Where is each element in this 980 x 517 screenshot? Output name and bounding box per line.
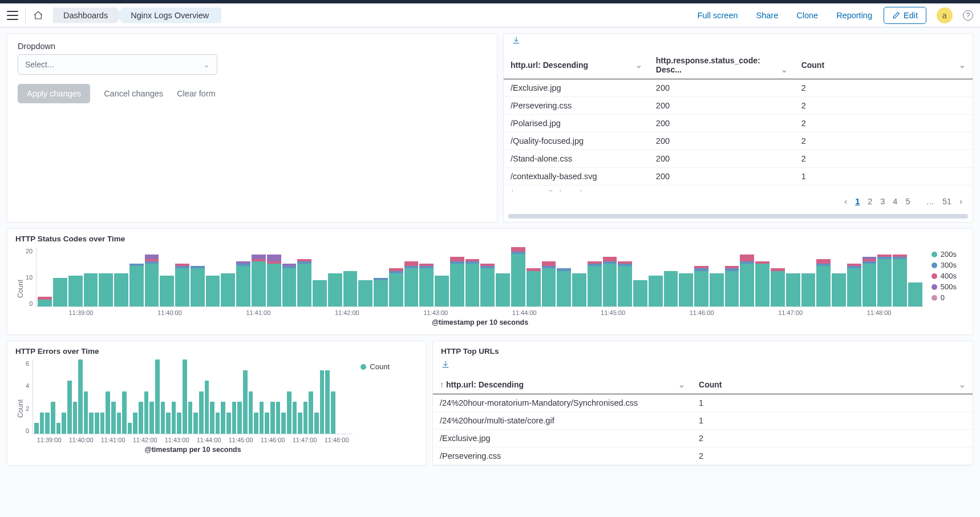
- table-row[interactable]: /Exclusive.jpg2002: [504, 79, 973, 97]
- bar[interactable]: [206, 276, 220, 306]
- help-icon[interactable]: ?: [963, 10, 973, 21]
- bar[interactable]: [801, 273, 816, 306]
- bar[interactable]: [160, 276, 174, 306]
- bar[interactable]: [114, 273, 128, 306]
- bar[interactable]: [133, 413, 137, 434]
- bar[interactable]: [84, 273, 98, 306]
- bar[interactable]: [84, 391, 88, 434]
- bar[interactable]: [725, 266, 739, 306]
- bar[interactable]: [293, 402, 297, 434]
- page-last[interactable]: 51: [942, 197, 951, 206]
- bar[interactable]: [226, 413, 231, 434]
- bar[interactable]: [480, 264, 495, 306]
- share-button[interactable]: Share: [750, 7, 785, 23]
- col-count[interactable]: Count⌄: [692, 375, 973, 394]
- bar[interactable]: [450, 257, 464, 306]
- page-5[interactable]: 5: [905, 197, 910, 206]
- bar[interactable]: [287, 391, 291, 434]
- bar[interactable]: [633, 280, 647, 306]
- bar[interactable]: [588, 261, 602, 306]
- bar[interactable]: [51, 402, 55, 434]
- bar[interactable]: [183, 360, 187, 434]
- table-row[interactable]: /Persevering.css2: [433, 447, 973, 465]
- page-prev[interactable]: ‹: [844, 197, 847, 206]
- bar[interactable]: [237, 402, 242, 434]
- bar[interactable]: [166, 413, 171, 434]
- bar[interactable]: [771, 268, 785, 306]
- bar[interactable]: [252, 255, 266, 307]
- bar[interactable]: [618, 261, 632, 306]
- bar[interactable]: [265, 413, 269, 434]
- bar[interactable]: [374, 278, 388, 306]
- avatar[interactable]: a: [937, 7, 953, 23]
- bar[interactable]: [267, 255, 281, 307]
- bar[interactable]: [254, 413, 258, 434]
- table-row[interactable]: /Polarised.jpg2002: [504, 115, 973, 132]
- bar[interactable]: [816, 259, 831, 306]
- breadcrumb-dashboards[interactable]: Dashboards: [53, 7, 123, 23]
- bar[interactable]: [122, 391, 127, 434]
- dropdown-select[interactable]: Select... ⌄: [18, 54, 217, 75]
- page-4[interactable]: 4: [893, 197, 897, 206]
- bar[interactable]: [144, 391, 149, 434]
- bar[interactable]: [740, 255, 754, 307]
- bar[interactable]: [40, 413, 44, 434]
- bar[interactable]: [68, 276, 83, 306]
- page-3[interactable]: 3: [880, 197, 885, 206]
- bar[interactable]: [34, 423, 39, 434]
- menu-icon[interactable]: [7, 11, 18, 20]
- bar[interactable]: [314, 413, 319, 434]
- bar[interactable]: [511, 247, 525, 306]
- download-icon[interactable]: [504, 34, 973, 51]
- bar[interactable]: [419, 264, 434, 306]
- table-row[interactable]: /Exclusive.jpg2: [433, 430, 973, 447]
- legend-item[interactable]: 500s: [932, 282, 957, 291]
- col-url[interactable]: http.url: Descending⌄: [504, 51, 649, 79]
- bar[interactable]: [188, 402, 193, 434]
- bar[interactable]: [877, 255, 892, 307]
- bar[interactable]: [694, 266, 708, 306]
- bar[interactable]: [649, 276, 663, 306]
- bar[interactable]: [62, 413, 66, 434]
- bar[interactable]: [557, 268, 571, 306]
- bar[interactable]: [309, 391, 313, 434]
- bar[interactable]: [210, 402, 214, 434]
- table-row[interactable]: /contextually-based.svg4001: [504, 185, 973, 192]
- home-icon[interactable]: [33, 10, 44, 21]
- bar[interactable]: [139, 402, 143, 434]
- legend-item[interactable]: 0: [932, 293, 957, 302]
- bar[interactable]: [161, 402, 165, 434]
- bar[interactable]: [73, 402, 78, 434]
- bar[interactable]: [38, 297, 52, 306]
- legend-item[interactable]: Count: [361, 362, 390, 371]
- bar[interactable]: [679, 273, 693, 306]
- bar[interactable]: [496, 273, 510, 306]
- page-1[interactable]: 1: [855, 197, 860, 206]
- bar[interactable]: [117, 413, 122, 434]
- legend-item[interactable]: 400s: [932, 272, 957, 280]
- bar[interactable]: [331, 391, 335, 434]
- bar[interactable]: [664, 271, 678, 306]
- bar[interactable]: [106, 391, 110, 434]
- table-row[interactable]: /Quality-focused.jpg2002: [504, 132, 973, 150]
- bar[interactable]: [786, 273, 800, 306]
- bar[interactable]: [320, 370, 325, 434]
- bar[interactable]: [155, 360, 160, 434]
- bar[interactable]: [172, 402, 176, 434]
- clone-button[interactable]: Clone: [789, 7, 825, 23]
- bar[interactable]: [328, 273, 342, 306]
- bar[interactable]: [67, 381, 72, 434]
- col-status[interactable]: http.response.status_code: Desc...⌄: [649, 51, 795, 79]
- bar[interactable]: [89, 413, 94, 434]
- bar[interactable]: [710, 273, 724, 306]
- bar[interactable]: [243, 370, 248, 434]
- edit-button[interactable]: Edit: [884, 7, 926, 24]
- bar[interactable]: [270, 402, 275, 434]
- cancel-changes-button[interactable]: Cancel changes: [104, 89, 163, 98]
- bar[interactable]: [221, 402, 225, 434]
- bar[interactable]: [45, 413, 50, 434]
- bar[interactable]: [542, 261, 556, 306]
- bar[interactable]: [832, 273, 846, 306]
- bar[interactable]: [193, 413, 198, 434]
- bar[interactable]: [205, 381, 209, 434]
